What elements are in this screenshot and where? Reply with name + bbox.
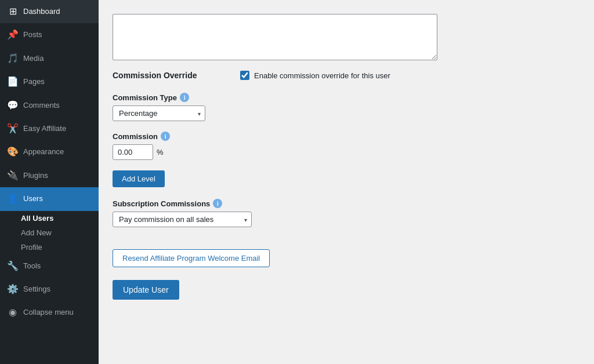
sidebar-item-tools[interactable]: 🔧 Tools — [0, 254, 99, 278]
sidebar-item-comments[interactable]: 💬 Comments — [0, 94, 99, 117]
sidebar-item-collapse[interactable]: ◉ Collapse menu — [0, 301, 99, 324]
subscription-commissions-select[interactable]: Pay commission on all sales Pay commissi… — [113, 212, 252, 227]
appearance-icon: 🎨 — [7, 145, 19, 158]
subscription-commissions-select-wrapper: Pay commission on all sales Pay commissi… — [113, 212, 252, 227]
resend-email-section: Resend Affiliate Program Welcome Email — [113, 238, 580, 280]
sidebar-item-dashboard[interactable]: ⊞ Dashboard — [0, 0, 99, 23]
plugins-icon: 🔌 — [7, 169, 19, 182]
commission-type-label: Commission Type i — [113, 93, 580, 102]
resend-email-button[interactable]: Resend Affiliate Program Welcome Email — [113, 249, 270, 267]
commission-override-label: Commission Override — [113, 71, 240, 80]
commission-block: Commission i % — [113, 132, 580, 160]
commission-type-info-icon[interactable]: i — [180, 93, 189, 102]
commission-override-checkbox-label[interactable]: Enable commission override for this user — [254, 71, 390, 80]
sidebar-submenu-all-users[interactable]: All Users — [0, 211, 99, 225]
sidebar-item-appearance[interactable]: 🎨 Appearance — [0, 140, 99, 163]
sidebar-item-posts[interactable]: 📌 Posts — [0, 23, 99, 46]
sidebar-item-easy-affiliate[interactable]: ✂️ Easy Affiliate — [0, 117, 99, 140]
sidebar-item-settings[interactable]: ⚙️ Settings — [0, 278, 99, 301]
sidebar-item-media[interactable]: 🎵 Media — [0, 47, 99, 70]
collapse-icon: ◉ — [7, 306, 19, 319]
easy-affiliate-icon: ✂️ — [7, 122, 19, 135]
update-user-button[interactable]: Update User — [113, 280, 179, 300]
subscription-commissions-label: Subscription Commissions i — [113, 199, 580, 208]
sidebar-item-pages[interactable]: 📄 Pages — [0, 70, 99, 93]
textarea-section — [113, 14, 580, 60]
users-icon: 👤 — [7, 192, 19, 205]
settings-icon: ⚙️ — [7, 283, 19, 296]
subscription-commissions-block: Subscription Commissions i Pay commissio… — [113, 199, 580, 227]
add-level-button[interactable]: Add Level — [113, 170, 165, 187]
commission-override-checkbox[interactable] — [240, 71, 249, 80]
main-content: Commission Override Enable commission ov… — [99, 0, 594, 364]
media-icon: 🎵 — [7, 52, 19, 65]
commission-override-row: Commission Override Enable commission ov… — [113, 71, 580, 80]
dashboard-icon: ⊞ — [7, 5, 19, 18]
sidebar-item-plugins[interactable]: 🔌 Plugins — [0, 164, 99, 187]
commission-input-row: % — [113, 144, 580, 160]
commission-label: Commission i — [113, 132, 580, 141]
commission-type-select[interactable]: Percentage Flat Rate — [113, 105, 205, 121]
sidebar-submenu-profile[interactable]: Profile — [0, 240, 99, 254]
tools-icon: 🔧 — [7, 260, 19, 272]
pages-icon: 📄 — [7, 75, 19, 88]
sidebar: ⊞ Dashboard 📌 Posts 🎵 Media 📄 Pages 💬 Co… — [0, 0, 99, 364]
commission-info-icon[interactable]: i — [161, 132, 170, 141]
update-user-section: Update User — [113, 280, 580, 300]
subscription-commissions-info-icon[interactable]: i — [213, 199, 222, 208]
users-submenu: All Users Add New Profile — [0, 211, 99, 254]
sidebar-submenu-add-new[interactable]: Add New — [0, 225, 99, 240]
bio-textarea[interactable] — [113, 14, 437, 60]
sidebar-item-users[interactable]: 👤 Users — [0, 187, 99, 210]
commission-percent-sign: % — [157, 148, 164, 156]
commission-type-select-wrapper: Percentage Flat Rate ▾ — [113, 105, 205, 121]
commission-input[interactable] — [113, 144, 153, 160]
commission-type-block: Commission Type i Percentage Flat Rate ▾ — [113, 93, 580, 121]
commission-override-checkbox-row: Enable commission override for this user — [240, 71, 390, 80]
posts-icon: 📌 — [7, 28, 19, 41]
comments-icon: 💬 — [7, 99, 19, 112]
